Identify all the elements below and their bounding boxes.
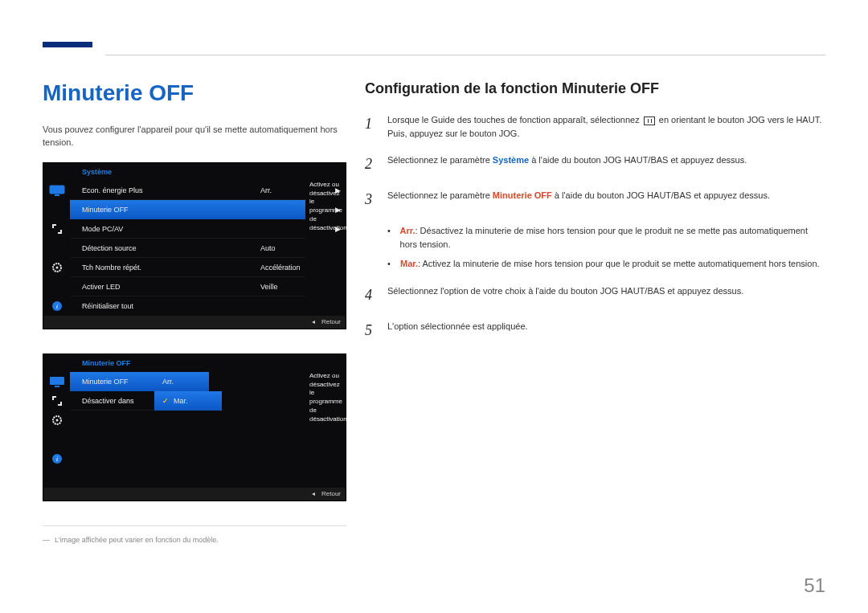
- step-2: 2 Sélectionnez le paramètre Système à l'…: [365, 153, 825, 176]
- osd-label: Détection source: [70, 244, 257, 252]
- svg-point-9: [55, 419, 58, 421]
- step-1: 1 Lorsque le Guide des touches de foncti…: [365, 113, 825, 141]
- keyword-mar: Mar.: [400, 259, 418, 268]
- osd-value: Arr.: [154, 372, 222, 391]
- step-number: 1: [365, 113, 376, 141]
- osd-minuterie-submenu: Minuterie OFF Activez ou désactivez le p…: [43, 353, 346, 501]
- osd-header: Minuterie OFF: [43, 354, 346, 372]
- back-label[interactable]: Retour: [321, 490, 341, 497]
- osd-value-highlighted: ✓ Mar.: [154, 391, 222, 411]
- keyword-systeme: Système: [493, 155, 529, 165]
- osd-value: Accélération: [257, 264, 330, 272]
- keyword-minuterie-off: Minuterie OFF: [493, 190, 552, 200]
- gear-icon: [43, 411, 70, 430]
- svg-rect-6: [50, 377, 64, 385]
- osd-row-econ-energie[interactable]: Econ. énergie Plus Arr. ▶: [43, 181, 346, 200]
- accent-bar: [43, 42, 92, 47]
- osd-header: Système: [43, 163, 346, 181]
- osd-row-detection-source[interactable]: Détection source Auto: [43, 239, 346, 258]
- osd-footer: ◂ Retour: [43, 316, 346, 329]
- resize-icon: [43, 219, 70, 239]
- bullet-mar: • Mar.: Activez la minuterie de mise hor…: [387, 257, 825, 272]
- step-body: Lorsque le Guide des touches de fonction…: [387, 113, 825, 141]
- chevron-right-icon: ▶: [330, 206, 346, 214]
- info-icon: i: [43, 296, 70, 316]
- svg-point-3: [55, 266, 58, 268]
- page-number: 51: [804, 574, 825, 597]
- triangle-left-icon: ◂: [312, 318, 315, 325]
- gear-icon: [43, 258, 70, 277]
- osd-label: Activer LED: [70, 283, 257, 291]
- osd-label: Désactiver dans: [70, 397, 154, 405]
- osd-system-menu: Système Activez ou désactivez le program…: [43, 162, 346, 329]
- osd-row-blank: [43, 468, 346, 488]
- check-icon: ✓: [162, 397, 169, 405]
- svg-rect-7: [55, 386, 59, 387]
- step-number: 2: [365, 153, 376, 176]
- osd-value: Arr.: [257, 186, 330, 194]
- osd-row-reinitialiser[interactable]: i Réinitialiser tout: [43, 296, 346, 316]
- step-3: 3 Sélectionnez le paramètre Minuterie OF…: [365, 189, 825, 211]
- keyword-arr: Arr.: [400, 226, 416, 235]
- divider: [43, 525, 346, 526]
- step-body: Sélectionnez le paramètre Minuterie OFF …: [387, 189, 825, 211]
- osd-value: Auto: [257, 244, 330, 252]
- osd-label: Mode PC/AV: [70, 225, 257, 233]
- osd-label: Minuterie OFF: [70, 378, 154, 386]
- chevron-right-icon: ▶: [330, 186, 346, 194]
- osd-row-desactiver-dans[interactable]: Désactiver dans ✓ Mar.: [43, 391, 346, 411]
- osd-label: Réinitialiser tout: [70, 302, 257, 310]
- osd-label: Minuterie OFF: [70, 206, 257, 214]
- info-icon: i: [43, 449, 70, 468]
- step-number: 3: [365, 189, 376, 211]
- step-5: 5 L'option sélectionnée est appliquée.: [365, 320, 825, 342]
- osd-row-minuterie-off[interactable]: Minuterie OFF Arr.: [43, 372, 346, 391]
- section-title: Minuterie OFF: [43, 80, 346, 106]
- osd-row-blank: [43, 430, 346, 449]
- osd-label: Tch Nombre répét.: [70, 264, 257, 272]
- left-column: Minuterie OFF Vous pouvez configurer l'a…: [43, 80, 346, 544]
- chevron-right-icon: ▶: [330, 225, 346, 233]
- osd-row-tch-nombre[interactable]: Tch Nombre répét. Accélération: [43, 258, 346, 277]
- osd-row-blank: [43, 411, 346, 430]
- osd-row-blank: i: [43, 449, 346, 468]
- osd-value: Veille: [257, 283, 330, 291]
- top-rule: [105, 55, 825, 55]
- osd-row-minuterie-off[interactable]: Minuterie OFF ▶: [43, 200, 346, 219]
- osd-row-activer-led[interactable]: Activer LED Veille: [43, 277, 346, 296]
- bullet-arr: • Arr.: Désactivez la minuterie de mise …: [387, 224, 825, 252]
- osd-label: Econ. énergie Plus: [70, 186, 257, 194]
- monitor-icon: [43, 372, 70, 391]
- intro-text: Vous pouvez configurer l'appareil pour q…: [43, 124, 346, 149]
- step-body: L'option sélectionnée est appliquée.: [387, 320, 825, 342]
- footnote: ―L'image affichée peut varier en fonctio…: [43, 536, 346, 544]
- svg-rect-1: [55, 194, 59, 196]
- back-label[interactable]: Retour: [321, 318, 341, 325]
- svg-rect-0: [50, 186, 64, 194]
- sub-title: Configuration de la fonction Minuterie O…: [365, 80, 825, 97]
- resize-icon: [43, 391, 70, 411]
- osd-row-mode-pcav[interactable]: Mode PC/AV ▶: [43, 219, 346, 239]
- step-number: 5: [365, 320, 376, 342]
- monitor-icon: [43, 181, 70, 200]
- bullet-list: • Arr.: Désactivez la minuterie de mise …: [387, 224, 825, 272]
- menu-icon: [644, 116, 655, 125]
- step-4: 4 Sélectionnez l'option de votre choix à…: [365, 284, 825, 307]
- step-number: 4: [365, 284, 376, 307]
- step-body: Sélectionnez l'option de votre choix à l…: [387, 284, 825, 307]
- triangle-left-icon: ◂: [312, 490, 315, 497]
- step-body: Sélectionnez le paramètre Système à l'ai…: [387, 153, 825, 176]
- osd-footer: ◂ Retour: [43, 488, 346, 501]
- right-column: Configuration de la fonction Minuterie O…: [365, 80, 825, 354]
